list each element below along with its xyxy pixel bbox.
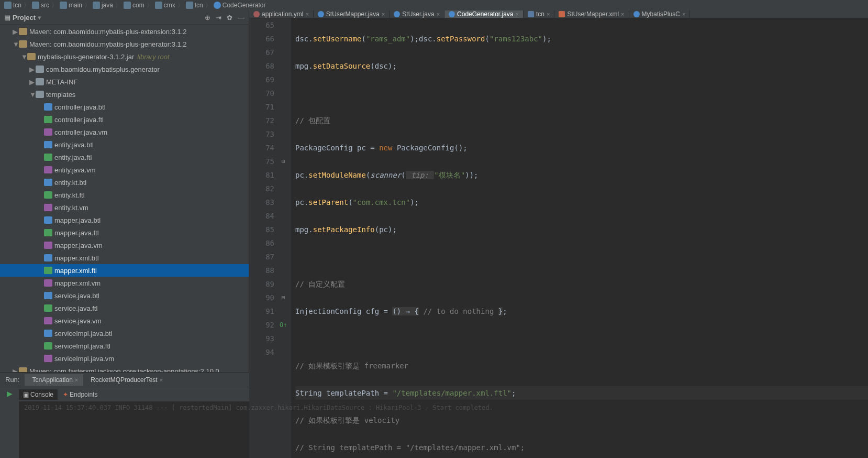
chevron-down-icon[interactable]: ▾ bbox=[38, 14, 41, 21]
editor-tab[interactable]: StUser.java× bbox=[390, 10, 444, 18]
tree-item[interactable]: mapper.xml.vm bbox=[0, 277, 249, 289]
tree-item[interactable]: entity.java.ftl bbox=[0, 151, 249, 163]
fold-mark-icon[interactable]: ⊟ bbox=[282, 291, 285, 304]
editor-tab[interactable]: tcn× bbox=[524, 10, 554, 18]
code-content[interactable]: dsc.setUsername("rams_adm");dsc.setPassw… bbox=[291, 18, 868, 458]
editor-tab[interactable]: application.yml× bbox=[249, 10, 314, 18]
breadcrumb-item[interactable]: cmx bbox=[155, 2, 175, 9]
tree-arrow-icon[interactable]: ▶ bbox=[29, 66, 35, 73]
close-icon[interactable]: × bbox=[682, 11, 685, 17]
close-icon[interactable]: × bbox=[437, 11, 440, 17]
editor-tabs[interactable]: application.yml×StUserMapper.java×StUser… bbox=[249, 10, 868, 18]
tree-item[interactable]: mapper.java.ftl bbox=[0, 226, 249, 239]
editor-tab[interactable]: MybatisPlusC× bbox=[629, 10, 691, 18]
tree-label: mapper.java.btl bbox=[54, 216, 101, 224]
endpoints-tab[interactable]: ✦ Endpoints bbox=[59, 389, 102, 400]
breadcrumb-item[interactable]: main bbox=[60, 2, 82, 9]
tree-item[interactable]: ▶Maven: com.fasterxml.jackson.core:jacks… bbox=[0, 365, 249, 372]
tree-item[interactable]: ▶Maven: com.baomidou:mybatis-plus-extens… bbox=[0, 25, 249, 38]
line-number: 72 bbox=[249, 114, 274, 127]
editor-tab[interactable]: StUserMapper.xml× bbox=[554, 10, 629, 18]
line-number: 68 bbox=[249, 59, 274, 73]
close-icon[interactable]: × bbox=[547, 11, 550, 17]
close-icon[interactable]: × bbox=[516, 11, 519, 17]
jar-icon bbox=[19, 367, 27, 372]
code-editor[interactable]: 6566676869707172737475818283848586878889… bbox=[249, 18, 868, 458]
rerun-icon[interactable]: ▶ bbox=[7, 389, 13, 398]
tree-item[interactable]: ▼Maven: com.baomidou:mybatis-plus-genera… bbox=[0, 38, 249, 50]
tree-item[interactable]: service.java.vm bbox=[0, 314, 249, 327]
tree-item[interactable]: ▼mybatis-plus-generator-3.1.2.jarlibrary… bbox=[0, 50, 249, 63]
close-icon[interactable]: × bbox=[160, 377, 163, 383]
collapse-icon[interactable]: ⇥ bbox=[216, 14, 221, 21]
tree-label: service.java.btl bbox=[54, 292, 99, 300]
line-number: 70 bbox=[249, 86, 274, 100]
file-icon bbox=[318, 11, 324, 17]
tree-item[interactable]: entity.kt.vm bbox=[0, 201, 249, 214]
project-tree[interactable]: ▶Maven: com.baomidou:mybatis-plus-extens… bbox=[0, 25, 249, 372]
breadcrumb-sep: 〉 bbox=[205, 1, 212, 10]
fold-mark-icon[interactable]: ⊟ bbox=[282, 155, 285, 168]
tree-arrow-icon[interactable]: ▶ bbox=[29, 78, 35, 86]
file-icon bbox=[559, 11, 565, 17]
close-icon[interactable]: × bbox=[75, 377, 78, 383]
project-header[interactable]: ▤ Project ▾ ⊕ ⇥ ✿ — bbox=[0, 10, 249, 25]
locate-icon[interactable]: ⊕ bbox=[205, 14, 210, 21]
file-icon bbox=[449, 11, 455, 17]
tree-item[interactable]: service.java.ftl bbox=[0, 302, 249, 314]
tree-item[interactable]: entity.kt.btl bbox=[0, 176, 249, 189]
jar-icon bbox=[27, 53, 36, 60]
tree-item[interactable]: entity.kt.ftl bbox=[0, 189, 249, 201]
tree-item[interactable]: serviceImpl.java.ftl bbox=[0, 340, 249, 352]
close-icon[interactable]: × bbox=[382, 11, 385, 17]
folder-icon bbox=[36, 66, 44, 73]
tree-arrow-icon[interactable]: ▶ bbox=[13, 28, 18, 36]
tree-item[interactable]: mapper.xml.btl bbox=[0, 252, 249, 264]
line-number: 83 bbox=[249, 195, 274, 209]
close-icon[interactable]: × bbox=[305, 11, 308, 17]
line-number: 71 bbox=[249, 100, 274, 114]
override-icon[interactable]: O↑ bbox=[280, 318, 287, 332]
tree-arrow-icon[interactable]: ▼ bbox=[29, 91, 35, 99]
tree-item[interactable]: ▼templates bbox=[0, 88, 249, 101]
tree-arrow-icon[interactable]: ▶ bbox=[13, 367, 18, 373]
tree-item[interactable]: mapper.xml.ftl bbox=[0, 264, 249, 277]
editor-tab[interactable]: CodeGenerator.java× bbox=[444, 10, 524, 18]
tree-item[interactable]: entity.java.btl bbox=[0, 138, 249, 151]
tree-item[interactable]: mapper.java.btl bbox=[0, 214, 249, 226]
ftl-icon bbox=[44, 342, 52, 350]
fold-column[interactable]: ⊟ ⊟ O↑ bbox=[281, 18, 291, 458]
breadcrumb-item[interactable]: java bbox=[93, 2, 113, 9]
breadcrumb-item[interactable]: com bbox=[124, 2, 144, 9]
breadcrumb-item[interactable]: tcn bbox=[186, 2, 203, 9]
close-icon[interactable]: × bbox=[621, 11, 624, 17]
breadcrumb-item[interactable]: CodeGenerator bbox=[214, 2, 266, 9]
tree-item[interactable]: entity.java.vm bbox=[0, 163, 249, 176]
tree-label: service.java.vm bbox=[54, 317, 102, 325]
breadcrumb-item[interactable]: src bbox=[32, 2, 49, 9]
breadcrumb-item[interactable]: tcn bbox=[4, 2, 21, 9]
tree-item[interactable]: service.java.btl bbox=[0, 289, 249, 302]
hide-icon[interactable]: — bbox=[238, 14, 244, 21]
tree-item[interactable]: controller.java.vm bbox=[0, 126, 249, 138]
tree-item[interactable]: ▶META-INF bbox=[0, 75, 249, 88]
tree-item[interactable]: controller.java.ftl bbox=[0, 113, 249, 126]
file-icon bbox=[44, 179, 52, 186]
vm-icon bbox=[44, 242, 52, 249]
editor-tab[interactable]: StUserMapper.java× bbox=[314, 10, 390, 18]
tree-item[interactable]: serviceImpl.java.vm bbox=[0, 352, 249, 365]
settings-icon[interactable]: ✿ bbox=[227, 14, 232, 21]
tree-item[interactable]: ▶com.baomidou.mybatisplus.generator bbox=[0, 63, 249, 75]
tree-arrow-icon[interactable]: ▼ bbox=[21, 53, 26, 61]
file-icon bbox=[44, 216, 52, 224]
line-number: 82 bbox=[249, 182, 274, 195]
line-number: 94 bbox=[249, 345, 274, 359]
tree-item[interactable]: mapper.java.vm bbox=[0, 239, 249, 252]
tree-item[interactable]: serviceImpl.java.btl bbox=[0, 327, 249, 340]
run-tab-tcnapplication[interactable]: TcnApplication × bbox=[25, 374, 83, 386]
tree-item[interactable]: controller.java.btl bbox=[0, 101, 249, 113]
console-tab[interactable]: ▣ Console bbox=[19, 389, 58, 400]
run-tab-rocketmq[interactable]: RocketMQProducerTest × bbox=[83, 374, 168, 386]
file-icon bbox=[528, 11, 534, 17]
tree-arrow-icon[interactable]: ▼ bbox=[13, 40, 18, 48]
